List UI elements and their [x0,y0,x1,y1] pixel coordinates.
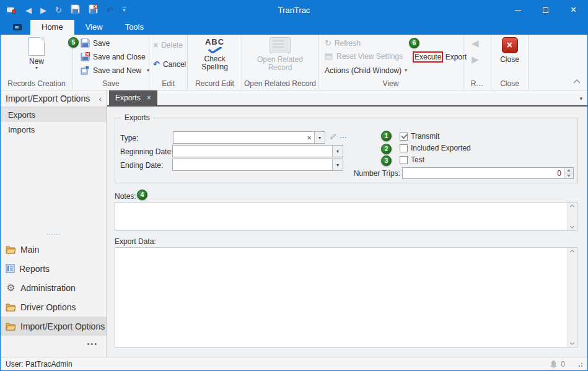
save-and-new-label: Save and New [93,66,141,75]
included-exported-checkbox-row: Included Exported [400,144,471,152]
ribbon-group-record-nav: ◀ ▶ R… [463,35,491,90]
actions-child-window-button[interactable]: Actions (Child Window) ▾ [325,66,407,75]
spinner-up-button[interactable] [564,168,573,173]
open-related-label-2: Record [268,64,292,72]
delete-button: × Delete [153,41,183,50]
sidebar-overflow-button[interactable]: ••• [1,336,107,352]
execute-export-button[interactable]: Execute Export [413,51,467,63]
sidebar-nav-administration[interactable]: ⚙ Administration [1,278,107,297]
qat-customize-icon[interactable]: ▾ [122,7,126,13]
group-label-records-creation: Records Creation [1,79,72,90]
included-exported-checkbox[interactable] [400,144,408,152]
statusbar: User: PatTracAdmin 0 [1,357,587,370]
tab-home[interactable]: Home [30,20,74,35]
app-icon[interactable] [7,6,17,14]
notes-textarea[interactable] [115,202,577,231]
cancel-undo-icon: ↶ [153,59,160,69]
save-and-close-button[interactable]: Save and Close [81,52,146,61]
sidebar-nav-import-export-options[interactable]: Import/Export Options [1,316,107,336]
next-record-icon: ▶ [472,55,479,64]
check-spelling-button[interactable]: ABC Check Spelling [188,37,242,71]
save-and-close-label: Save and Close [93,53,146,61]
close-record-button[interactable]: × Close [491,37,528,64]
tab-tools[interactable]: Tools [114,20,155,35]
export-data-label: Export Data: [115,237,156,246]
quick-access-toolbar: ◀ ▶ ↻ ↶ ▾ [1,4,126,16]
doc-tab-close-icon[interactable]: × [147,94,151,102]
notes-scrollbar[interactable] [567,203,577,230]
open-related-record-button: Open Related Record [242,37,318,72]
refresh-arrow-icon: ↻ [325,38,331,48]
ending-date-input[interactable] [173,159,332,170]
close-window-icon: × [571,4,576,15]
scroll-up-icon [569,204,575,207]
doc-tab-exports[interactable]: Exports × [109,90,157,105]
transmit-checkbox[interactable] [400,133,408,141]
sidebar-item-imports[interactable]: Imports [1,122,107,137]
delete-label: Delete [161,41,183,50]
new-dropdown-icon[interactable]: ▾ [35,66,38,71]
group-label-edit: Edit [149,79,187,90]
ribbon-group-records-creation: New ▾ Records Creation [1,35,73,90]
save-icon[interactable] [71,4,80,16]
type-clear-icon[interactable]: × [304,132,314,143]
type-edit-icon[interactable] [330,133,336,141]
ribbon-group-record-edit: ABC Check Spelling Record Edit [188,35,242,90]
sidebar-item-exports[interactable]: Exports [1,107,107,122]
resize-grip[interactable] [577,361,582,367]
transmit-label: Transmit [411,132,439,141]
export-data-textarea[interactable] [115,247,577,347]
spinner-down-button[interactable] [564,173,573,178]
number-trips-value[interactable]: 0 [403,168,564,178]
step-badge-5: 5 [68,37,79,48]
new-button[interactable]: New ▾ [1,37,72,71]
app-menu-icon[interactable] [13,24,22,30]
type-browse-button[interactable]: … [340,131,348,140]
ribbon-group-view: ↻ Refresh Reset View Settings Actions (C… [318,35,463,90]
export-data-scrollbar[interactable] [567,248,577,347]
back-icon[interactable]: ◀ [25,6,32,14]
actions-dropdown-icon: ▾ [405,68,407,73]
titlebar: ◀ ▶ ↻ ↶ ▾ TranTrac × [1,1,587,19]
group-label-close: Close [491,79,528,90]
sidebar-nav-reports[interactable]: Reports [1,259,107,278]
cancel-button[interactable]: ↶ Cancel [153,59,186,69]
previous-record-icon: ◀ [472,38,479,48]
test-checkbox[interactable] [400,156,408,164]
app-window: ◀ ▶ ↻ ↶ ▾ TranTrac × Home View Tools [0,0,588,371]
beginning-date-input[interactable] [173,146,332,157]
close-window-button[interactable]: × [559,1,587,19]
forward-icon[interactable]: ▶ [40,6,46,14]
maximize-button[interactable] [532,1,559,19]
close-x-icon: × [502,37,518,53]
notification-bell-icon[interactable] [550,360,558,369]
ribbon-tab-row: Home View Tools [1,19,587,35]
type-input[interactable] [173,132,304,143]
tab-list-dropdown-icon[interactable]: ▾ [579,95,582,102]
maximize-icon [543,7,548,13]
refresh-icon[interactable]: ↻ [55,6,62,14]
spinner-down-icon [567,175,571,177]
sidebar-collapse-icon[interactable]: ‹ [99,94,102,103]
cancel-label: Cancel [163,60,186,69]
beginning-date-dropdown-icon[interactable]: ▾ [332,146,343,157]
tab-view[interactable]: View [74,20,114,35]
ribbon-group-close: × Close Close [491,35,529,90]
beginning-date-label: Beginning Date: [120,147,173,156]
nav-administration-label: Administration [20,283,76,293]
collapse-ribbon-button[interactable] [573,75,581,86]
undo-icon[interactable]: ↶ [107,6,113,14]
save-and-new-button[interactable]: Save and New ▾ [81,66,149,75]
minimize-button[interactable] [504,1,532,19]
sidebar-splitter-handle[interactable]: ······ [1,231,107,240]
ending-date-combo: ▾ [172,159,343,171]
sidebar-nav-main[interactable]: Main [1,240,107,259]
type-dropdown-icon[interactable]: ▾ [314,132,325,143]
abc-icon-text: ABC [205,37,224,46]
folder-icon [6,322,16,331]
save-close-icon[interactable] [89,4,98,16]
group-label-view: View [318,79,463,90]
sidebar-nav-driver-options[interactable]: Driver Options [1,297,107,316]
save-button[interactable]: Save [81,38,110,48]
save-button-label: Save [93,39,110,48]
